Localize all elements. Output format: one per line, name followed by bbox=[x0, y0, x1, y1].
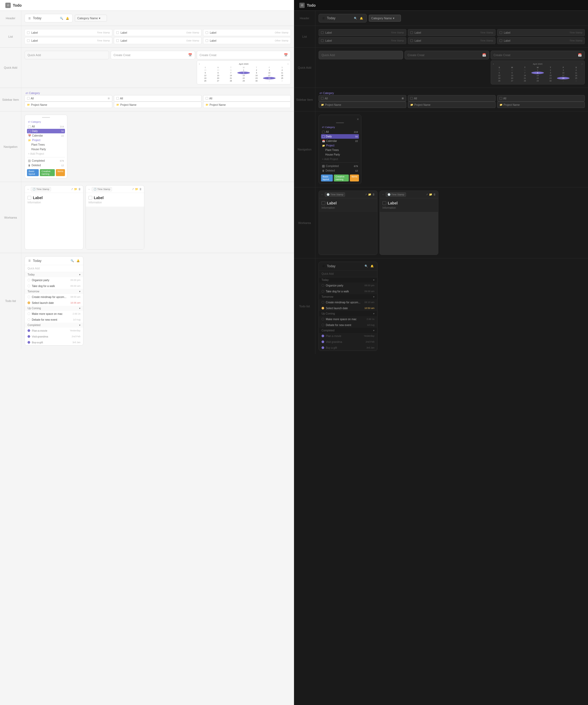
cal-prev-dark[interactable]: ‹ bbox=[493, 63, 494, 65]
search-icon-light[interactable]: 🔍 bbox=[59, 16, 64, 20]
todo-section-completed[interactable]: Completed ▾ bbox=[25, 323, 83, 328]
project-row-1[interactable]: 📁 Project Name bbox=[25, 102, 112, 108]
creative-naming-btn[interactable]: Creative naming bbox=[40, 169, 55, 176]
checkbox[interactable] bbox=[27, 31, 30, 34]
nav-item-project[interactable]: 📁 Project bbox=[27, 138, 65, 142]
folder-btn-2-dark[interactable]: 📁 bbox=[429, 193, 432, 196]
todo-section-today-dark[interactable]: Today ▾ bbox=[319, 277, 377, 282]
sidebar-filter-1-dark[interactable]: All ⊞ bbox=[319, 95, 406, 102]
items-btn[interactable]: Items bbox=[56, 169, 65, 176]
checkbox[interactable] bbox=[116, 31, 119, 34]
nav-item-deleted-dark[interactable]: 🗑 Deleted 12 bbox=[321, 169, 359, 173]
create-input-2-light[interactable]: Create Creat 📅 bbox=[197, 51, 291, 59]
todo-quick-add-light[interactable]: Quick Add bbox=[25, 265, 83, 272]
sidebar-filter-2[interactable]: All bbox=[114, 95, 201, 102]
task-checkbox-dark[interactable] bbox=[321, 307, 324, 310]
cal-next-light[interactable]: › bbox=[287, 63, 288, 65]
trash-btn-1[interactable]: 🗑 bbox=[78, 188, 81, 191]
folder-btn-2[interactable]: 📁 bbox=[135, 188, 138, 191]
search-icon-todo[interactable]: 🔍 bbox=[70, 258, 75, 263]
category-dropdown-dark[interactable]: Category Name ▾ bbox=[369, 15, 401, 21]
basic-layout-btn[interactable]: Basic layout bbox=[27, 169, 39, 176]
nav-item-add-project-dark[interactable]: + Add Project bbox=[321, 157, 359, 161]
bell-icon-light[interactable]: 🔔 bbox=[65, 16, 70, 20]
task-checkbox[interactable] bbox=[28, 318, 30, 321]
todo-section-upcoming[interactable]: Up Coming ▾ bbox=[25, 306, 83, 311]
nav-item-deleted[interactable]: 🗑 Deleted 12 bbox=[27, 163, 65, 168]
nav-item-all-dark[interactable]: All 219 bbox=[321, 130, 359, 134]
trash-btn-2-dark[interactable]: 🗑 bbox=[433, 193, 436, 196]
nav-item-house-party[interactable]: House Party bbox=[27, 147, 65, 151]
task-checkbox-dark[interactable] bbox=[321, 301, 324, 303]
trash-btn-1-dark[interactable]: 🗑 bbox=[372, 193, 375, 196]
search-icon-todo-dark[interactable]: 🔍 bbox=[364, 264, 369, 269]
folder-btn-1-dark[interactable]: 📁 bbox=[368, 193, 371, 196]
checkbox[interactable] bbox=[116, 39, 119, 42]
todo-section-tomorrow-dark[interactable]: Tomorrow ▾ bbox=[319, 294, 377, 299]
todo-quick-add-dark[interactable]: Quick Add bbox=[319, 271, 377, 277]
nav-item-add-project[interactable]: + Add Project bbox=[27, 151, 65, 156]
task-checkbox-2-dark[interactable] bbox=[382, 201, 386, 205]
task-checkbox[interactable] bbox=[28, 313, 30, 315]
task-checkbox[interactable] bbox=[28, 329, 30, 332]
cal-prev-light[interactable]: ‹ bbox=[199, 63, 200, 65]
sidebar-filter-3-dark[interactable]: All bbox=[497, 95, 585, 102]
nav-item-calendar-dark[interactable]: 📅 Calendar 22 bbox=[321, 139, 359, 143]
checkbox-dark[interactable] bbox=[500, 39, 502, 42]
sidebar-filter-1[interactable]: All ⊞ bbox=[25, 95, 112, 102]
task-checkbox-dark[interactable] bbox=[321, 335, 324, 337]
back-btn-1-dark[interactable]: ← bbox=[321, 193, 324, 196]
checkbox[interactable] bbox=[27, 39, 30, 42]
project-row-3[interactable]: 📁 Project Name bbox=[203, 102, 291, 108]
trash-btn-2[interactable]: 🗑 bbox=[139, 188, 142, 191]
bell-icon-todo-dark[interactable]: 🔔 bbox=[370, 264, 374, 269]
task-checkbox[interactable] bbox=[28, 285, 30, 287]
nav-item-completed[interactable]: Completed 679 bbox=[27, 158, 65, 163]
category-dropdown-light[interactable]: Category Name ▾ bbox=[75, 15, 107, 21]
back-btn-2[interactable]: ← bbox=[88, 188, 91, 191]
task-checkbox[interactable] bbox=[28, 341, 30, 344]
checkbox[interactable] bbox=[206, 31, 208, 34]
checkbox-dark[interactable] bbox=[410, 31, 413, 34]
nav-item-daily[interactable]: Daily 56 bbox=[27, 129, 65, 133]
task-checkbox-dark[interactable] bbox=[321, 346, 324, 349]
checkbox-dark[interactable] bbox=[500, 31, 502, 34]
nav-item-all[interactable]: All 219 bbox=[27, 124, 65, 129]
folder-btn-1[interactable]: 📁 bbox=[74, 188, 77, 191]
task-checkbox[interactable] bbox=[28, 301, 30, 304]
project-row-2-dark[interactable]: 📁 Project Name bbox=[408, 102, 496, 108]
sidebar-filter-2-dark[interactable]: All bbox=[408, 95, 496, 102]
task-checkbox-1-dark[interactable] bbox=[321, 201, 325, 205]
todo-section-completed-dark[interactable]: Completed ▾ bbox=[319, 328, 377, 333]
create-input-1-light[interactable]: Create Creat 📅 bbox=[111, 51, 195, 59]
nav-item-project-dark[interactable]: 📁 Project bbox=[321, 143, 359, 148]
close-btn-dark[interactable]: × bbox=[357, 117, 359, 121]
nav-item-plant-trees-dark[interactable]: Plant Trees bbox=[321, 148, 359, 152]
project-row-1-dark[interactable]: 📁 Project Name bbox=[319, 102, 406, 108]
create-input-2-dark[interactable]: Create Creat 📅 bbox=[491, 51, 585, 59]
task-checkbox-dark[interactable] bbox=[321, 318, 324, 320]
project-row-3-dark[interactable]: 📁 Project Name bbox=[497, 102, 585, 108]
task-checkbox-2[interactable] bbox=[88, 196, 92, 200]
create-input-1-dark[interactable]: Create Creat 📅 bbox=[405, 51, 489, 59]
task-checkbox[interactable] bbox=[28, 279, 30, 281]
bell-icon-todo[interactable]: 🔔 bbox=[76, 258, 81, 263]
todo-section-upcoming-dark[interactable]: Up Coming ▾ bbox=[319, 311, 377, 316]
share-btn-1-dark[interactable]: ↗ bbox=[365, 193, 367, 196]
nav-item-daily-dark[interactable]: Daily 56 bbox=[321, 134, 359, 139]
nav-item-house-party-dark[interactable]: House Party bbox=[321, 152, 359, 157]
project-row-2[interactable]: 📁 Project Name bbox=[114, 102, 201, 108]
basic-layout-btn-dark[interactable]: Basic layout bbox=[321, 175, 333, 182]
quick-add-input-dark[interactable]: Quick Add bbox=[319, 51, 403, 59]
checkbox-dark[interactable] bbox=[410, 39, 413, 42]
task-checkbox-dark[interactable] bbox=[321, 324, 324, 326]
task-checkbox-dark[interactable] bbox=[321, 284, 324, 287]
today-bar-dark[interactable]: ☰ Today 🔍 🔔 bbox=[319, 14, 367, 22]
creative-naming-btn-dark[interactable]: Creative naming bbox=[334, 175, 349, 182]
checkbox[interactable] bbox=[206, 39, 208, 42]
share-btn-2-dark[interactable]: ↗ bbox=[426, 193, 428, 196]
nav-item-calendar[interactable]: 📅 Calendar 22 bbox=[27, 133, 65, 138]
task-checkbox-dark[interactable] bbox=[321, 290, 324, 293]
task-checkbox[interactable] bbox=[28, 335, 30, 338]
share-btn-1[interactable]: ↗ bbox=[71, 188, 73, 191]
